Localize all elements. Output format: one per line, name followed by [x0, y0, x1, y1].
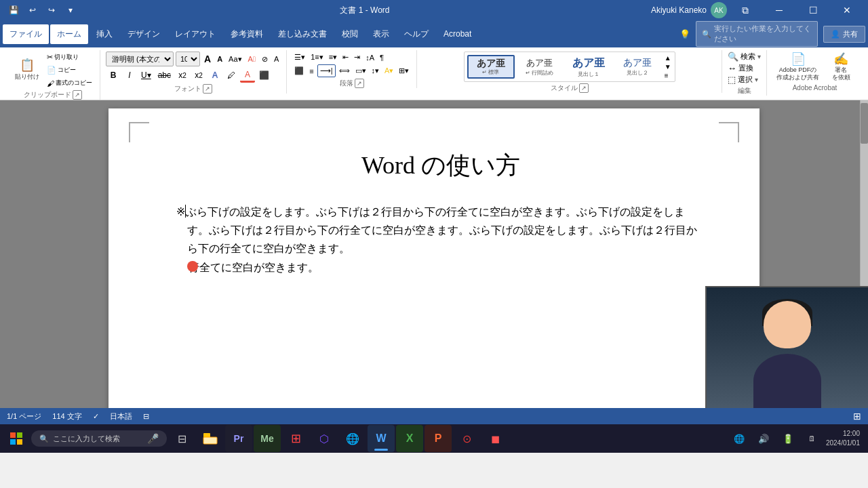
replace-label[interactable]: 置換	[738, 63, 753, 73]
strikethrough-button[interactable]: abc	[155, 68, 174, 83]
undo-quick-btn[interactable]: ↩	[24, 2, 41, 18]
change-case-btn[interactable]: Aa▾	[226, 54, 243, 65]
increase-font-btn[interactable]: A	[202, 52, 213, 66]
taskbar-browser[interactable]: 🌐	[339, 425, 366, 452]
taskbar-search[interactable]: 🔍 ここに入力して検索 🎤	[31, 430, 167, 447]
battery-icon[interactable]: 🔋	[777, 425, 799, 452]
decrease-indent-btn[interactable]: ⇤	[340, 52, 351, 63]
subscript-button[interactable]: x2	[175, 68, 190, 83]
close-btn[interactable]: ✕	[831, 0, 863, 20]
clipboard-expand[interactable]: ↗	[73, 90, 82, 100]
find-dropdown[interactable]: ▾	[757, 53, 761, 60]
menu-item-layout[interactable]: レイアウト	[168, 24, 222, 44]
user-avatar[interactable]: AK	[711, 2, 727, 18]
multilevel-list-btn[interactable]: ≡▾	[327, 52, 339, 63]
start-button[interactable]	[3, 425, 30, 452]
menu-item-view[interactable]: 表示	[366, 24, 396, 44]
taskbar-excel[interactable]: X	[396, 425, 423, 452]
minimize-btn[interactable]: ─	[764, 0, 795, 20]
superscript-button[interactable]: x2	[191, 68, 206, 83]
copy-button[interactable]: 📄 コピー	[45, 64, 94, 76]
menu-item-acrobat[interactable]: Acrobat	[437, 25, 478, 43]
taskbar-word[interactable]: W	[368, 425, 395, 452]
menu-item-file[interactable]: ファイル	[3, 24, 49, 44]
menu-item-references[interactable]: 参考資料	[224, 24, 270, 44]
menu-item-review[interactable]: 校閲	[335, 24, 365, 44]
format-painter-button[interactable]: 🖌 書式のコピー	[45, 77, 94, 89]
font-color-btn[interactable]: A	[240, 68, 255, 83]
select-dropdown[interactable]: ▾	[755, 76, 758, 83]
taskbar-taskview[interactable]: ⊟	[168, 425, 195, 452]
spelling-icon[interactable]: ✓	[93, 412, 99, 421]
styles-expand[interactable]: ↗	[579, 83, 589, 93]
maximize-btn[interactable]: ☐	[797, 0, 829, 20]
menu-item-help[interactable]: ヘルプ	[397, 24, 435, 44]
share-button[interactable]: 👤 共有	[823, 26, 865, 43]
microphone-icon[interactable]: 🎤	[147, 433, 159, 444]
font-expand[interactable]: ↗	[203, 84, 212, 94]
taskbar-powerpoint[interactable]: P	[425, 425, 452, 452]
volume-icon[interactable]: 🔊	[753, 425, 774, 452]
menu-item-design[interactable]: デザイン	[121, 24, 167, 44]
sort-btn[interactable]: ↕A	[363, 52, 376, 63]
taskbar-premiere[interactable]: Pr	[225, 425, 252, 452]
font-name-select[interactable]: 游明朝 (本文のフ	[106, 52, 174, 66]
increase-indent-btn[interactable]: ⇥	[352, 52, 362, 63]
lightbulb-icon[interactable]: 💡	[679, 29, 690, 39]
menu-item-insert[interactable]: 挿入	[90, 24, 119, 44]
borders-btn[interactable]: ⊞▾	[397, 65, 411, 77]
bullet-list-btn[interactable]: ☰▾	[292, 52, 307, 63]
taskbar-filezilla[interactable]: ⊞	[282, 425, 309, 452]
style-heading1[interactable]: あア亜 見出し１	[565, 55, 612, 79]
scrollbar-thumb[interactable]	[861, 103, 868, 144]
highlight-color-btn[interactable]: A⃝	[246, 54, 258, 64]
menu-item-home[interactable]: ホーム	[50, 24, 88, 44]
taskbar-app-dark[interactable]: ◼	[481, 425, 509, 452]
save-quick-btn[interactable]: 💾	[5, 2, 22, 18]
italic-button[interactable]: I	[122, 68, 137, 83]
paragraph-expand[interactable]: ↗	[355, 79, 364, 88]
show-marks-btn[interactable]: ¶	[378, 52, 386, 63]
sign-button[interactable]: ✍ 署名を依頼	[825, 52, 857, 83]
taskbar-app-red[interactable]: ⊙	[453, 425, 480, 452]
customize-quick-btn[interactable]: ▾	[62, 2, 79, 18]
taskbar-file-explorer[interactable]	[197, 425, 224, 452]
styles-scroll-down[interactable]: ▼	[664, 62, 672, 71]
clear-format-btn[interactable]: ⊘	[260, 54, 270, 65]
shading-btn[interactable]: A▾	[382, 65, 395, 77]
command-search-box[interactable]: 🔍 実行したい作業を入力してください	[696, 21, 818, 47]
document-body[interactable]: ※ぶら下げの設定をします。ぶら下げは２行目から下の行全てに空白が空きます。ぶら下…	[176, 203, 705, 278]
underline-button[interactable]: U▾	[138, 68, 154, 83]
menu-item-mailings[interactable]: 差し込み文書	[271, 24, 334, 44]
style-heading2[interactable]: あア亜 見出し２	[614, 56, 661, 78]
text-effect-btn[interactable]: A	[208, 68, 222, 83]
styles-more[interactable]: ≡	[664, 71, 672, 80]
line-spacing-btn[interactable]: ↕▾	[370, 65, 382, 77]
cut-button[interactable]: ✂ 切り取り	[45, 52, 94, 63]
font-size-select[interactable]: 10.5	[176, 52, 200, 66]
layout-icon[interactable]: ⊞	[853, 411, 861, 422]
select-label[interactable]: 選択	[738, 75, 753, 85]
find-label[interactable]: 検索	[741, 52, 755, 62]
align-center-btn[interactable]: ≡	[307, 66, 315, 77]
numbered-list-btn[interactable]: 1≡▾	[309, 52, 326, 63]
text-highlight-btn[interactable]: 🖊	[224, 68, 239, 83]
document-page[interactable]: Word の使い方 ※ぶら下げの設定をします。ぶら下げは２行目から下の行全てに空…	[108, 108, 760, 408]
clock[interactable]: 12:00 2024/01/01	[826, 429, 860, 448]
track-changes-icon[interactable]: ⊟	[143, 412, 149, 421]
redo-quick-btn[interactable]: ↪	[43, 2, 60, 18]
char-shading-btn[interactable]: ⬛	[256, 68, 272, 83]
paste-button[interactable]: 📋 貼り付け	[11, 58, 43, 83]
network-icon[interactable]: 🌐	[728, 425, 750, 452]
columns-btn[interactable]: ▭▾	[353, 65, 368, 77]
align-right-btn[interactable]: ⟶|	[317, 64, 336, 77]
notification-icon[interactable]: 🗓	[802, 425, 823, 452]
font-dialog-btn[interactable]: A	[272, 54, 281, 64]
adobe-pdf-button[interactable]: 📄 Adobe PDFの作成および共有	[772, 52, 823, 83]
decrease-font-btn[interactable]: A	[215, 54, 224, 64]
restore-down-btn[interactable]: ⧉	[730, 0, 761, 20]
taskbar-visual-studio[interactable]: ⬡	[311, 425, 338, 452]
bold-button[interactable]: B	[106, 68, 121, 83]
taskbar-media-encoder[interactable]: Me	[254, 425, 281, 452]
style-standard[interactable]: あア亜 ↵ 標準	[467, 55, 515, 79]
